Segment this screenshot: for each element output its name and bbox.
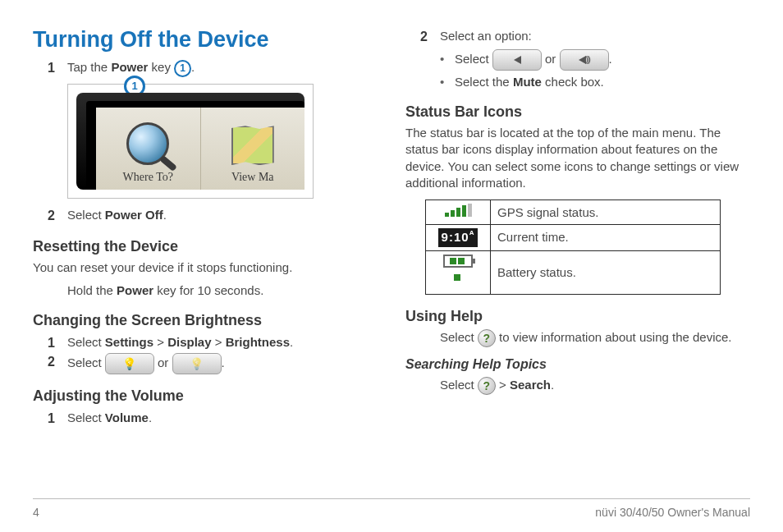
step-text: Select an option: bbox=[440, 28, 750, 44]
speaker-icon bbox=[514, 56, 521, 64]
bullet-icon: • bbox=[440, 74, 455, 90]
text-bold: Power bbox=[117, 283, 153, 297]
battery-icon bbox=[426, 250, 491, 295]
step-number: 1 bbox=[48, 59, 67, 77]
text-bold: Power bbox=[111, 60, 148, 74]
text: to view information about using the devi… bbox=[496, 330, 732, 344]
gps-signal-icon bbox=[426, 200, 491, 225]
text: Select bbox=[67, 208, 105, 222]
text: Select bbox=[455, 52, 492, 66]
text-bold: Display bbox=[167, 335, 211, 349]
text: key for 10 seconds. bbox=[153, 283, 263, 297]
step-row: 2 Select 💡 or 💡. bbox=[48, 353, 378, 374]
step-number: 1 bbox=[48, 334, 67, 352]
table-row: 9:10A Current time. bbox=[426, 225, 721, 250]
text: Select bbox=[67, 335, 105, 349]
text: Hold the bbox=[67, 283, 117, 297]
text: Select bbox=[440, 330, 478, 344]
step-row: 2 Select an option: bbox=[420, 28, 750, 46]
step-text: Select 💡 or 💡. bbox=[67, 353, 378, 374]
device-body: Where To? View Ma bbox=[76, 93, 304, 190]
bullet-icon: • bbox=[440, 51, 455, 67]
bulb-off-icon: 💡 bbox=[190, 356, 204, 372]
subheading-italic: Searching Help Topics bbox=[405, 355, 750, 374]
bullet-item: • Select or ))). bbox=[440, 49, 750, 71]
instruction: Hold the Power key for 10 seconds. bbox=[67, 282, 378, 299]
where-to-tile: Where To? bbox=[96, 108, 200, 190]
manual-title: nüvi 30/40/50 Owner's Manual bbox=[595, 506, 750, 519]
view-map-tile: View Ma bbox=[200, 108, 305, 190]
text-bold: Power Off bbox=[105, 208, 163, 222]
text-bold: Brightness bbox=[226, 335, 290, 349]
text: Select bbox=[440, 378, 478, 392]
brightness-down-button[interactable]: 💡 bbox=[172, 353, 222, 374]
magnifier-icon bbox=[126, 122, 169, 165]
step-row: 1 Select Volume. bbox=[48, 410, 378, 428]
tile-label: Where To? bbox=[123, 170, 173, 186]
subheading: Using Help bbox=[405, 306, 750, 326]
text-bold: Settings bbox=[105, 335, 153, 349]
step-row: 1 Select Settings > Display > Brightness… bbox=[48, 334, 378, 352]
text: . bbox=[149, 410, 152, 424]
step-text: Select Settings > Display > Brightness. bbox=[67, 334, 378, 351]
sound-waves-icon: ))) bbox=[585, 53, 589, 66]
text: or bbox=[545, 52, 560, 66]
text: Select the bbox=[455, 75, 513, 89]
step-number: 2 bbox=[48, 353, 67, 371]
table-row: Battery status. bbox=[426, 250, 721, 295]
table-row: GPS signal status. bbox=[426, 200, 721, 225]
clock-icon: 9:10A bbox=[426, 225, 491, 250]
callout-number-icon: 1 bbox=[174, 60, 191, 77]
text-bold: Search bbox=[510, 378, 551, 392]
text: . bbox=[609, 52, 612, 66]
tile-label: View Ma bbox=[231, 170, 274, 186]
brightness-up-button[interactable]: 💡 bbox=[105, 353, 154, 374]
text: . bbox=[191, 60, 195, 74]
text-bold: Mute bbox=[513, 75, 542, 89]
text: > bbox=[153, 335, 167, 349]
subheading: Changing the Screen Brightness bbox=[33, 310, 378, 330]
text: Tap the bbox=[67, 60, 111, 74]
body-text: The status bar is located at the top of … bbox=[405, 125, 750, 191]
body-text: You can reset your device if it stops fu… bbox=[33, 259, 378, 276]
step-text: Select Power Off. bbox=[67, 207, 378, 223]
text: key bbox=[148, 60, 174, 74]
step-number: 2 bbox=[48, 207, 67, 225]
page-footer: 4 nüvi 30/40/50 Owner's Manual bbox=[33, 498, 750, 519]
help-icon[interactable]: ? bbox=[478, 329, 496, 347]
step-text: Tap the Power key 1. bbox=[67, 59, 378, 77]
bullet-text: Select the Mute check box. bbox=[455, 74, 604, 90]
text: or bbox=[158, 355, 172, 369]
step-number: 2 bbox=[420, 28, 440, 46]
step-text: Select Volume. bbox=[67, 410, 378, 426]
section-title: Turning Off the Device bbox=[33, 25, 378, 54]
subheading: Resetting the Device bbox=[33, 236, 378, 256]
help-icon[interactable]: ? bbox=[478, 377, 496, 395]
text: > bbox=[496, 378, 510, 392]
bullet-item: • Select the Mute check box. bbox=[440, 74, 750, 90]
map-icon bbox=[231, 126, 274, 165]
volume-down-button[interactable] bbox=[492, 49, 542, 71]
text: check box. bbox=[542, 75, 604, 89]
table-cell: GPS signal status. bbox=[491, 200, 721, 225]
text: . bbox=[222, 355, 225, 369]
text: . bbox=[163, 208, 167, 222]
table-cell: Battery status. bbox=[491, 250, 721, 295]
text: Select bbox=[67, 355, 105, 369]
page-number: 4 bbox=[33, 506, 39, 519]
text: . bbox=[290, 335, 293, 349]
time-value: 9:10 bbox=[442, 230, 469, 244]
text: > bbox=[212, 335, 226, 349]
volume-up-button[interactable]: ))) bbox=[560, 49, 609, 71]
step-row: 1 Tap the Power key 1. bbox=[48, 59, 378, 77]
subheading: Status Bar Icons bbox=[405, 102, 750, 122]
right-column: 2 Select an option: • Select or ))). • bbox=[405, 25, 750, 492]
instruction: Select ? > Search. bbox=[440, 377, 750, 395]
left-column: Turning Off the Device 1 Tap the Power k… bbox=[33, 25, 378, 492]
text: Select bbox=[67, 410, 105, 424]
subheading: Adjusting the Volume bbox=[33, 386, 378, 406]
bulb-on-icon: 💡 bbox=[122, 356, 136, 372]
device-illustration: 1 Where To? View Ma bbox=[67, 84, 314, 199]
step-row: 2 Select Power Off. bbox=[48, 207, 378, 225]
bullet-text: Select or ))). bbox=[455, 49, 612, 71]
